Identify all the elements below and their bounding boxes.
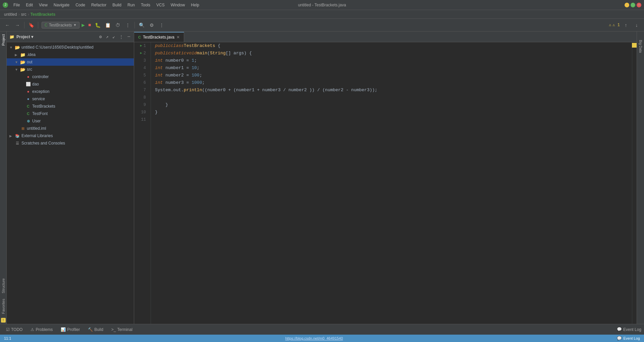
bookmark-button[interactable]: 🔖 [26, 20, 36, 30]
code-line-10[interactable]: } [155, 109, 632, 116]
down-button[interactable]: ↓ [632, 20, 641, 30]
tree-item-idea[interactable]: ▶📁.idea [7, 51, 134, 58]
menu-item-navigate[interactable]: Navigate [51, 2, 72, 8]
stop-button[interactable]: ■ [87, 22, 92, 28]
code-line-4[interactable]: int number1 = 10; [155, 64, 632, 72]
close-button[interactable]: ✕ [637, 3, 641, 7]
tree-item-dao[interactable]: ⬜dao [7, 80, 134, 88]
menu-item-help[interactable]: Help [188, 2, 202, 8]
run-config-icon: C [45, 23, 48, 27]
panel-collapse-btn[interactable]: ↙ [111, 34, 116, 40]
notification-badge[interactable]: ! [1, 318, 6, 323]
left-side-tabs: Project Structure Favorites ! [0, 32, 7, 324]
bottom-tab-todo[interactable]: ☑TODO [3, 327, 26, 333]
run-config-selector[interactable]: C TestBrackets ▼ [42, 22, 79, 28]
menu-item-view[interactable]: View [36, 2, 50, 8]
tree-item-scratches[interactable]: ☰Scratches and Consoles [7, 139, 134, 147]
tree-item-controller[interactable]: ●controller [7, 73, 134, 80]
tree-arrow-external-libs: ▶ [9, 134, 13, 138]
bottom-tab-build[interactable]: 🔨Build [85, 327, 107, 333]
tree-label-controller: controller [32, 74, 134, 79]
menu-item-build[interactable]: Build [110, 2, 124, 8]
toolbar-separator [24, 22, 24, 28]
breadcrumb-part[interactable]: src [21, 12, 26, 17]
tree-item-src[interactable]: ▼📂src [7, 66, 134, 73]
run-button[interactable]: ▶ [80, 22, 86, 28]
status-line-col[interactable]: 11:1 [4, 336, 11, 340]
menu-item-file[interactable]: File [11, 2, 22, 8]
code-line-3[interactable]: int number0 = 1; [155, 57, 632, 64]
bottom-tab-problems[interactable]: ⚠Problems [27, 327, 56, 333]
breadcrumb-part[interactable]: TestBrackets [31, 12, 55, 17]
gutter-line-7: 7 [134, 87, 148, 94]
tab-close-button[interactable]: ✕ [176, 35, 180, 40]
editor-tab-testbrackets[interactable]: C TestBrackets.java ✕ [134, 32, 184, 42]
code-line-1[interactable]: public class TestBrackets { [155, 42, 632, 50]
breadcrumb-part[interactable]: untitled [4, 12, 17, 17]
back-button[interactable]: ← [3, 20, 12, 30]
code-line-7[interactable]: System.out.println((number0 + (number1 +… [155, 87, 632, 94]
code-line-8[interactable] [155, 94, 632, 101]
tree-item-TestBrackets[interactable]: CTestBrackets [7, 103, 134, 110]
panel-close-btn[interactable]: ─ [126, 34, 131, 40]
minimize-button[interactable]: ─ [625, 3, 629, 7]
menu-item-edit[interactable]: Edit [23, 2, 36, 8]
toolbar-separator [38, 22, 38, 28]
up-button[interactable]: ↑ [621, 20, 631, 30]
forward-button[interactable]: → [13, 20, 22, 30]
tab-label: TestBrackets.java [143, 35, 174, 40]
code-line-6[interactable]: int number3 = 1000; [155, 79, 632, 87]
coverage-button[interactable]: 📋 [103, 20, 112, 30]
structure-side-tab[interactable]: Structure [0, 276, 6, 296]
tree-item-untitled-root[interactable]: ▼📂untitled C:\Users\16565\Desktop\untitl… [7, 44, 134, 51]
tree-arrow-src: ▼ [15, 68, 19, 71]
menu-item-code[interactable]: Code [73, 2, 88, 8]
project-side-tab[interactable]: Project [0, 32, 6, 48]
settings-button[interactable]: ⚙ [147, 20, 156, 30]
warning-count[interactable]: ⚠ 1 [612, 22, 620, 27]
bottom-tab-label-0: TODO [11, 327, 22, 332]
code-content[interactable]: public class TestBrackets { public stati… [151, 42, 632, 324]
tree-icon-external-libs: 📚 [15, 133, 20, 138]
maximize-button[interactable]: □ [631, 3, 635, 7]
breadcrumb-sep: › [28, 12, 29, 17]
menu-item-window[interactable]: Window [168, 2, 188, 8]
tree-item-User[interactable]: ⊕User [7, 117, 134, 125]
panel-options-btn[interactable]: ⋮ [118, 34, 124, 40]
bottom-event-log[interactable]: 💬Event Log [617, 327, 641, 332]
menu-item-run[interactable]: Run [125, 2, 138, 8]
tree-item-external-libs[interactable]: ▶📚External Libraries [7, 132, 134, 139]
bottom-tab-profiler[interactable]: 📊Profiler [57, 327, 83, 333]
tree-item-out[interactable]: ▼📂out [7, 58, 134, 66]
debug-button[interactable]: 🐛 [93, 20, 102, 30]
menu-item-tools[interactable]: Tools [138, 2, 153, 8]
menu-item-refactor[interactable]: Refactor [89, 2, 109, 8]
tab-bar: C TestBrackets.java ✕ [134, 32, 637, 42]
panel-settings-btn[interactable]: ⚙ [98, 34, 103, 40]
tree-item-untitled-iml[interactable]: ⊞untitled.iml [7, 125, 134, 132]
code-line-11[interactable] [155, 116, 632, 123]
scrollbar-track[interactable] [632, 42, 637, 324]
status-url[interactable]: https://blog.csdn.net/m0_46491540 [285, 336, 343, 340]
panel-expand-btn[interactable]: ↗ [105, 34, 110, 40]
big-data-tool-btn[interactable]: Big Data [638, 33, 644, 60]
tree-item-exception[interactable]: ●exception [7, 88, 134, 95]
favorites-side-tab[interactable]: Favorites [0, 296, 6, 317]
more-run-options[interactable]: ⋮ [123, 20, 132, 30]
tree-icon-User: ⊕ [25, 119, 31, 123]
event-log-area[interactable]: 💬 Event Log [617, 336, 640, 341]
gutter-line-6: 6 [134, 79, 148, 87]
code-line-9[interactable]: } [155, 101, 632, 109]
tree-item-service[interactable]: ●service [7, 95, 134, 103]
profile-button[interactable]: ⏱ [113, 20, 122, 30]
more-toolbar-options[interactable]: ⋮ [157, 20, 166, 30]
code-line-2[interactable]: public static void main(String[] args) { [155, 50, 632, 57]
run-line-btn-2[interactable]: ▶ [140, 50, 142, 57]
bottom-tab-terminal[interactable]: >_Terminal [108, 327, 136, 333]
search-everywhere-button[interactable]: 🔍 [137, 20, 146, 30]
run-line-btn-1[interactable]: ▶ [140, 42, 142, 50]
menu-item-vcs[interactable]: VCS [154, 2, 167, 8]
code-line-5[interactable]: int number2 = 100; [155, 72, 632, 79]
bottom-bar: ☑TODO⚠Problems📊Profiler🔨Build>_Terminal💬… [0, 324, 644, 335]
tree-item-TestFont[interactable]: CTestFont [7, 110, 134, 117]
